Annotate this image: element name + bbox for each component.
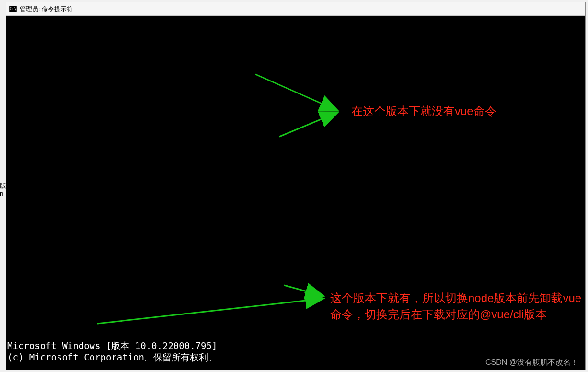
watermark-text: CSDN @没有腹肌不改名！	[485, 358, 578, 368]
window-title: 管理员: 命令提示符	[20, 5, 73, 13]
titlebar[interactable]: C:\ 管理员: 命令提示符	[6, 2, 585, 16]
annotation-text-1: 在这个版本下就没有vue命令	[351, 103, 496, 119]
annotation-text-2: 这个版本下就有，所以切换node版本前先卸载vue命令，切换完后在下载对应的@v…	[330, 290, 584, 323]
cmd-icon: C:\	[9, 6, 17, 12]
command-prompt-window: C:\ 管理员: 命令提示符 Microsoft Windows [版本 10.…	[6, 2, 586, 370]
